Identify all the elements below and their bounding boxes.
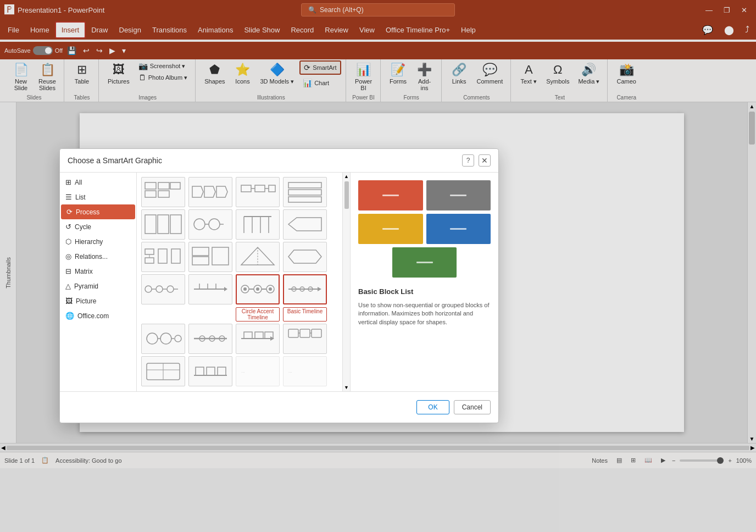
graphic-item-5-4[interactable] bbox=[283, 324, 327, 354]
menu-review[interactable]: Review bbox=[319, 23, 354, 37]
autosave-toggle[interactable] bbox=[33, 46, 53, 55]
redo-button[interactable]: ↪ bbox=[94, 44, 105, 57]
horizontal-scrollbar[interactable]: ◀ ▶ bbox=[0, 443, 756, 452]
menu-file[interactable]: File bbox=[2, 23, 25, 37]
close-button[interactable]: ✕ bbox=[737, 4, 752, 16]
cat-officecom[interactable]: 🌐 Office.com bbox=[60, 308, 136, 323]
scroll-down-button[interactable]: ▼ bbox=[748, 435, 756, 443]
graphic-item-1-3[interactable] bbox=[236, 177, 280, 207]
record-circle-icon[interactable]: ⬤ bbox=[720, 23, 738, 37]
cat-list[interactable]: ☰ List bbox=[60, 190, 136, 204]
dialog-close-button[interactable]: ✕ bbox=[479, 154, 491, 167]
links-button[interactable]: 🔗 Links bbox=[447, 60, 471, 87]
cameo-button[interactable]: 📸 Cameo bbox=[613, 60, 639, 87]
minimize-button[interactable]: — bbox=[701, 4, 717, 16]
zoom-in-button[interactable]: + bbox=[728, 457, 731, 464]
graphic-item-2-4[interactable] bbox=[283, 209, 327, 240]
menu-draw[interactable]: Draw bbox=[86, 23, 113, 37]
share-icon[interactable]: ⤴ bbox=[741, 23, 754, 37]
cat-matrix[interactable]: ⊟ Matrix bbox=[60, 264, 136, 279]
view-slideshow-icon[interactable]: ▶ bbox=[659, 456, 668, 465]
graphic-item-3-3[interactable] bbox=[236, 242, 280, 272]
graphics-scroll-thumb[interactable] bbox=[344, 181, 349, 209]
symbols-button[interactable]: Ω Symbols bbox=[543, 60, 572, 87]
icons-button[interactable]: ⭐ Icons bbox=[231, 60, 255, 87]
cancel-button[interactable]: Cancel bbox=[454, 400, 491, 414]
zoom-level[interactable]: 100% bbox=[736, 457, 752, 464]
comment-button[interactable]: 💬 Comment bbox=[474, 60, 507, 87]
slide-panel-icon[interactable]: 📋 bbox=[41, 457, 49, 464]
graphic-item-1-1[interactable] bbox=[141, 177, 185, 207]
menu-transitions[interactable]: Transitions bbox=[147, 23, 192, 37]
menu-help[interactable]: Help bbox=[455, 23, 481, 37]
media-button[interactable]: 🔊 Media ▾ bbox=[575, 60, 603, 87]
menu-animations[interactable]: Animations bbox=[192, 23, 238, 37]
slideshow-qa-button[interactable]: ▶ bbox=[107, 44, 118, 57]
customize-qa-button[interactable]: ▾ bbox=[120, 44, 128, 57]
graphic-item-4-1[interactable] bbox=[141, 274, 185, 304]
graphic-item-6-1[interactable] bbox=[141, 356, 185, 386]
menu-design[interactable]: Design bbox=[114, 23, 147, 37]
graphic-item-6-3[interactable]: ... bbox=[236, 356, 280, 386]
graphic-item-4-4[interactable] bbox=[283, 274, 327, 304]
graphic-item-5-2[interactable] bbox=[188, 324, 232, 354]
view-slidesorter-icon[interactable]: ⊞ bbox=[629, 456, 638, 465]
scroll-up-button[interactable]: ▲ bbox=[748, 102, 756, 110]
table-button[interactable]: ⊞ Table bbox=[70, 60, 94, 87]
forms-button[interactable]: 📝 Forms bbox=[386, 60, 410, 87]
search-box[interactable]: 🔍 Search (Alt+Q) bbox=[301, 3, 455, 16]
undo-button[interactable]: ↩ bbox=[81, 44, 92, 57]
new-slide-button[interactable]: 📄 NewSlide bbox=[9, 60, 33, 93]
pictures-button[interactable]: 🖼 Pictures bbox=[104, 60, 133, 87]
graphic-item-2-2[interactable] bbox=[188, 209, 232, 240]
view-normal-icon[interactable]: ▤ bbox=[614, 456, 624, 465]
menu-view[interactable]: View bbox=[354, 23, 380, 37]
ok-button[interactable]: OK bbox=[416, 400, 449, 414]
dialog-help-button[interactable]: ? bbox=[462, 154, 474, 167]
smartart-button[interactable]: ⟳ SmartArt bbox=[299, 60, 341, 75]
graphic-item-5-1[interactable] bbox=[141, 324, 185, 354]
graphic-item-5-3[interactable] bbox=[236, 324, 280, 354]
scroll-left-button[interactable]: ◀ bbox=[1, 445, 5, 451]
3d-models-button[interactable]: 🔷 3D Models ▾ bbox=[257, 60, 298, 87]
save-button[interactable]: 💾 bbox=[65, 44, 79, 57]
smartart-dialog[interactable]: Choose a SmartArt Graphic ? ✕ ⊞ All ☰ Li… bbox=[59, 148, 499, 423]
graphics-scrollbar[interactable]: ▲ ▼ bbox=[342, 173, 350, 391]
zoom-slider[interactable] bbox=[680, 459, 724, 462]
powerbi-button[interactable]: 📊 PowerBI bbox=[352, 60, 376, 93]
cat-hierarchy[interactable]: ⬡ Hierarchy bbox=[60, 234, 136, 249]
restore-button[interactable]: ❐ bbox=[719, 4, 735, 16]
graphic-item-3-2[interactable] bbox=[188, 242, 232, 272]
cat-picture[interactable]: 🖼 Picture bbox=[60, 293, 136, 308]
menu-slideshow[interactable]: Slide Show bbox=[238, 23, 285, 37]
graphic-item-6-2[interactable] bbox=[188, 356, 232, 386]
cat-process[interactable]: ⟳ Process bbox=[61, 204, 135, 219]
cat-all[interactable]: ⊞ All bbox=[60, 175, 136, 190]
graphic-item-1-2[interactable] bbox=[188, 177, 232, 207]
notes-button[interactable]: Notes bbox=[590, 456, 610, 465]
graphics-scroll-up[interactable]: ▲ bbox=[343, 173, 350, 180]
graphic-item-2-3[interactable] bbox=[236, 209, 280, 240]
comment-icon[interactable]: 💬 bbox=[698, 23, 718, 37]
graphic-item-2-1[interactable] bbox=[141, 209, 185, 240]
graphic-item-6-4[interactable]: ... bbox=[283, 356, 327, 386]
cat-cycle[interactable]: ↺ Cycle bbox=[60, 219, 136, 234]
zoom-out-button[interactable]: − bbox=[672, 457, 675, 464]
addins-button[interactable]: ➕ Add-ins bbox=[413, 60, 437, 93]
view-reading-icon[interactable]: 📖 bbox=[642, 456, 654, 465]
photo-album-button[interactable]: 🗒 Photo Album ▾ bbox=[135, 72, 191, 83]
shapes-button[interactable]: ⬟ Shapes bbox=[201, 60, 228, 87]
reuse-slides-button[interactable]: 📋 ReuseSlides bbox=[35, 60, 59, 93]
menu-home[interactable]: Home bbox=[25, 23, 55, 37]
graphic-item-3-1[interactable] bbox=[141, 242, 185, 272]
scroll-right-button[interactable]: ▶ bbox=[751, 445, 755, 451]
vertical-scrollbar[interactable]: ▲ ▼ bbox=[747, 102, 756, 443]
graphic-item-3-4[interactable] bbox=[283, 242, 327, 272]
menu-insert[interactable]: Insert bbox=[55, 21, 86, 38]
h-scroll-track[interactable] bbox=[7, 446, 749, 450]
cat-pyramid[interactable]: △ Pyramid bbox=[60, 279, 136, 293]
menu-record[interactable]: Record bbox=[285, 23, 319, 37]
chart-button[interactable]: 📊 Chart bbox=[299, 77, 341, 88]
graphic-item-4-3[interactable] bbox=[236, 274, 280, 304]
graphic-item-4-2[interactable] bbox=[188, 274, 232, 304]
